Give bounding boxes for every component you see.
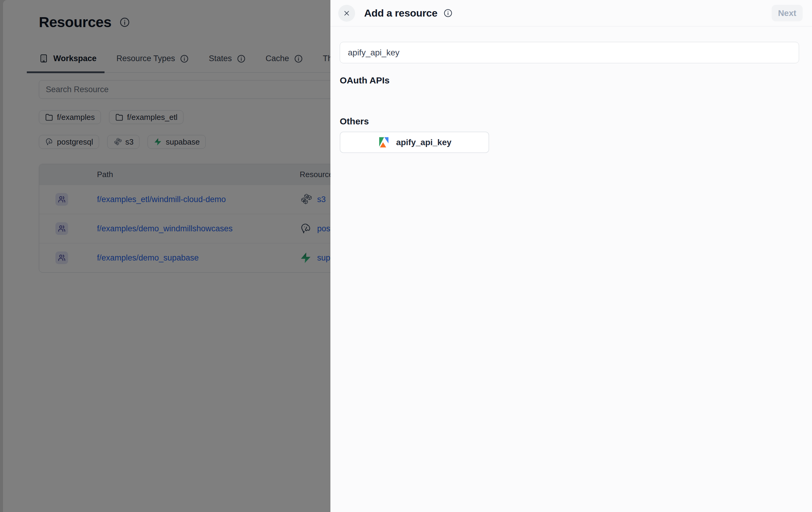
modal-overlay[interactable] — [0, 0, 330, 512]
resource-type-search-input[interactable] — [340, 42, 799, 63]
drawer-body: OAuth APIs Others apify_api_key — [330, 27, 812, 153]
card-label: apify_api_key — [396, 138, 452, 147]
apify-logo-icon — [377, 136, 390, 148]
next-button[interactable]: Next — [772, 5, 803, 21]
section-others: Others — [340, 116, 799, 126]
drawer-title: Add a resource — [364, 7, 437, 19]
section-oauth-apis: OAuth APIs — [340, 75, 799, 86]
resource-type-card-apify[interactable]: apify_api_key — [340, 132, 489, 153]
close-button[interactable] — [338, 5, 355, 22]
close-icon — [343, 9, 351, 17]
info-icon[interactable] — [443, 8, 453, 18]
add-resource-drawer: Add a resource Next OAuth APIs Others ap… — [330, 0, 812, 512]
drawer-header: Add a resource Next — [330, 0, 812, 27]
